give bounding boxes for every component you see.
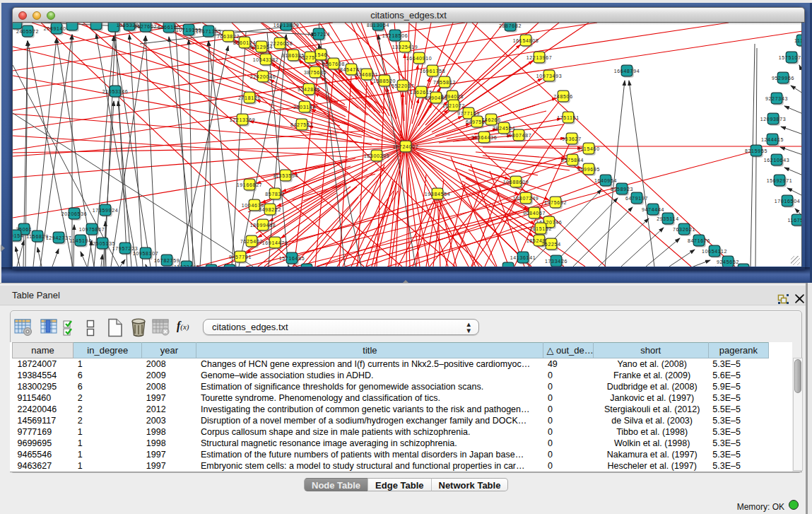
svg-text:19384554: 19384554 [425, 192, 451, 197]
svg-text:10688609: 10688609 [503, 180, 529, 185]
svg-text:9474444: 9474444 [642, 207, 664, 212]
svg-text:17359924: 17359924 [93, 208, 119, 213]
svg-text:1145194: 1145194 [69, 238, 92, 243]
svg-text:16210643: 16210643 [764, 158, 790, 163]
svg-text:12942737: 12942737 [46, 235, 72, 240]
svg-text:1733426: 1733426 [545, 259, 567, 264]
svg-text:1975692: 1975692 [544, 200, 567, 205]
svg-text:11123: 11123 [794, 38, 802, 43]
svg-text:16782759: 16782759 [154, 258, 180, 263]
svg-text:1621072: 1621072 [442, 103, 465, 108]
svg-text:8215955: 8215955 [745, 148, 767, 153]
svg-text:9146821: 9146821 [355, 72, 378, 77]
svg-text:1244415: 1244415 [761, 137, 784, 142]
svg-text:18807249: 18807249 [513, 196, 539, 201]
svg-text:8958923: 8958923 [611, 187, 633, 192]
svg-text:6794028: 6794028 [441, 94, 464, 99]
svg-text:9242845: 9242845 [298, 87, 320, 92]
svg-text:16914479: 16914479 [262, 240, 288, 245]
svg-text:7955812: 7955812 [433, 80, 456, 85]
svg-text:19218506: 19218506 [382, 33, 408, 38]
svg-text:2867608: 2867608 [322, 62, 345, 66]
svg-text:1588520: 1588520 [373, 78, 396, 83]
svg-text:8454749: 8454749 [340, 67, 363, 72]
svg-text:15751074: 15751074 [779, 55, 802, 60]
svg-text:10973493: 10973493 [536, 74, 563, 78]
svg-text:11353594: 11353594 [273, 173, 298, 178]
svg-text:14136141: 14136141 [510, 255, 536, 260]
svg-text:10671355: 10671355 [196, 29, 222, 34]
svg-text:9245652: 9245652 [717, 259, 739, 264]
svg-text:10543382: 10543382 [253, 57, 279, 62]
svg-text:1615152: 1615152 [529, 226, 552, 231]
svg-text:15716485: 15716485 [279, 256, 305, 261]
svg-text:1751151: 1751151 [557, 115, 579, 120]
svg-text:1362615: 1362615 [410, 90, 433, 95]
svg-text:3498222: 3498222 [259, 207, 281, 212]
svg-text:1546: 1546 [314, 52, 327, 57]
svg-text:16961758: 16961758 [420, 69, 446, 74]
svg-text:8427552: 8427552 [290, 122, 313, 127]
svg-text:748506: 748506 [553, 94, 573, 99]
svg-text:16013809: 16013809 [273, 23, 300, 28]
svg-text:20206536: 20206536 [61, 211, 88, 216]
svg-text:12226058: 12226058 [267, 41, 293, 46]
svg-text:12093873: 12093873 [760, 117, 787, 122]
svg-text:252254: 252254 [541, 242, 561, 247]
svg-text:16648794: 16648794 [614, 69, 640, 74]
svg-text:8471676: 8471676 [688, 238, 710, 243]
svg-text:20891406: 20891406 [44, 26, 70, 31]
svg-text:16640910: 16640910 [406, 56, 433, 61]
svg-text:39154: 39154 [13, 233, 23, 238]
svg-text:18099488: 18099488 [250, 223, 276, 228]
svg-text:7632621: 7632621 [673, 227, 695, 232]
svg-text:116753: 116753 [787, 218, 802, 223]
svg-text:6479197: 6479197 [625, 196, 648, 201]
svg-text:9777169: 9777169 [457, 111, 480, 116]
svg-text:11923448: 11923448 [174, 264, 199, 267]
svg-text:857833: 857833 [265, 192, 285, 197]
svg-text:9699695: 9699695 [577, 167, 600, 172]
svg-text:7625402: 7625402 [240, 239, 263, 244]
svg-text:2935114: 2935114 [657, 216, 679, 221]
svg-text:9084067: 9084067 [523, 211, 546, 216]
svg-text:19166827: 19166827 [237, 182, 263, 187]
svg-text:18300295: 18300295 [364, 153, 390, 158]
svg-text:9227343: 9227343 [765, 96, 788, 101]
svg-text:17957223: 17957223 [112, 246, 139, 251]
svg-text:10975867: 10975867 [79, 227, 105, 232]
svg-text:9457791: 9457791 [229, 255, 252, 259]
svg-text:12213369: 12213369 [230, 117, 256, 122]
svg-text:3824554: 3824554 [493, 126, 515, 131]
svg-text:15692971: 15692971 [767, 178, 793, 183]
svg-text:10807487: 10807487 [506, 133, 532, 138]
svg-text:12213967: 12213967 [526, 55, 553, 60]
svg-text:2887682: 2887682 [499, 23, 522, 28]
svg-text:9575844: 9575844 [561, 158, 584, 163]
svg-text:13325419: 13325419 [392, 45, 418, 49]
svg-text:7857224: 7857224 [307, 32, 330, 37]
svg-text:5522037: 5522037 [392, 83, 414, 88]
svg-text:1527602: 1527602 [134, 24, 157, 29]
svg-text:21053346: 21053346 [102, 89, 129, 94]
svg-text:17016504: 17016504 [775, 199, 801, 204]
svg-text:9529966: 9529966 [772, 76, 794, 81]
svg-text:2718126: 2718126 [238, 95, 261, 100]
svg-text:12505135: 12505135 [90, 241, 116, 246]
svg-text:8813054: 8813054 [367, 23, 389, 28]
svg-text:7663822: 7663822 [217, 34, 240, 39]
svg-text:10958107: 10958107 [133, 251, 159, 256]
svg-text:22420046: 22420046 [250, 74, 276, 79]
svg-text:2803144: 2803144 [293, 105, 316, 110]
svg-text:10654112: 10654112 [702, 249, 727, 254]
svg-text:18724007: 18724007 [393, 144, 419, 149]
svg-text:746266: 746266 [481, 117, 501, 122]
svg-text:20364436: 20364436 [471, 135, 498, 140]
svg-text:1640954: 1640954 [594, 178, 617, 183]
svg-text:16154808: 16154808 [513, 38, 539, 43]
svg-text:3875685: 3875685 [304, 70, 326, 75]
svg-text:953627: 953627 [562, 136, 582, 141]
svg-text:9115460: 9115460 [577, 146, 600, 151]
